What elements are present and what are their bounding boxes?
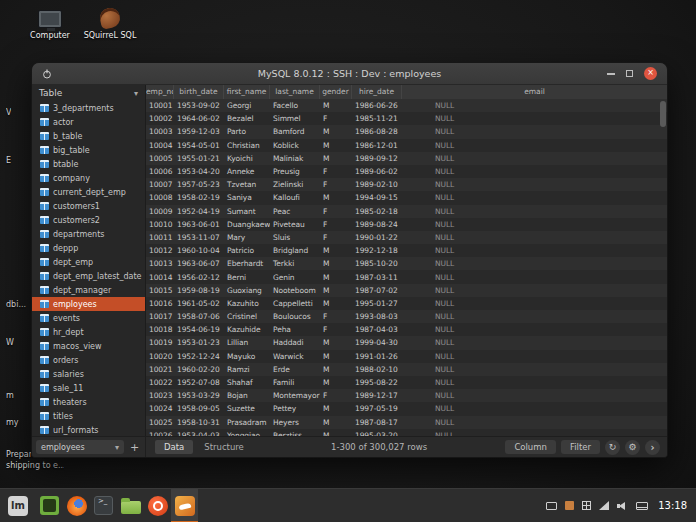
cell-birth-date: 1960-10-04 — [174, 246, 224, 255]
vertical-scrollbar[interactable] — [660, 101, 666, 434]
desktop-icon-squirrel-sql[interactable]: SQuirreL SQL — [82, 8, 138, 40]
column-header[interactable]: gender — [320, 85, 352, 99]
clock[interactable]: 13:18 — [658, 500, 687, 511]
cell-emp-no: 10026 — [146, 431, 174, 436]
table-row[interactable]: 10001 1953-09-02 Georgi Facello M 1986-0… — [146, 99, 667, 112]
tab-structure[interactable]: Structure — [195, 440, 253, 454]
sidebar-table-item[interactable]: hr_dept — [32, 325, 145, 339]
table-row[interactable]: 10021 1960-02-20 Ramzi Erde M 1988-02-10… — [146, 363, 667, 376]
volume-icon[interactable] — [617, 501, 628, 511]
sidebar-table-item[interactable]: employees — [32, 297, 145, 311]
sidebar-table-item[interactable]: actor — [32, 115, 145, 129]
add-table-button[interactable]: + — [128, 441, 141, 454]
gear-icon[interactable] — [625, 440, 640, 455]
table-row[interactable]: 10022 1952-07-08 Shahaf Famili M 1995-08… — [146, 376, 667, 389]
sidebar-table-item[interactable]: theaters — [32, 395, 145, 409]
maximize-button[interactable] — [626, 70, 633, 77]
table-row[interactable]: 10008 1958-02-19 Saniya Kalloufi M 1994-… — [146, 191, 667, 204]
table-row[interactable]: 10020 1952-12-24 Mayuko Warwick M 1991-0… — [146, 350, 667, 363]
sidebar-table-item[interactable]: url_formats — [32, 423, 145, 436]
sidebar-table-item[interactable]: departments — [32, 227, 145, 241]
screen-icon[interactable] — [546, 502, 557, 510]
column-header[interactable]: emp_no — [146, 85, 174, 99]
grid-icon[interactable] — [582, 501, 591, 510]
table-row[interactable]: 10026 1953-04-03 Yongqiao Berztiss M 199… — [146, 429, 667, 436]
sidebar-table-item[interactable]: salaries — [32, 367, 145, 381]
sidebar-table-item[interactable]: titles — [32, 409, 145, 423]
sidebar-header[interactable]: Table — [32, 85, 145, 101]
table-row[interactable]: 10011 1953-11-07 Mary Sluis F 1990-01-22… — [146, 231, 667, 244]
sidebar-table-item[interactable]: sale_11 — [32, 381, 145, 395]
sidebar-table-item[interactable]: customers2 — [32, 213, 145, 227]
table-row[interactable]: 10005 1955-01-21 Kyoichi Maliniak M 1989… — [146, 152, 667, 165]
cell-birth-date: 1960-02-20 — [174, 365, 224, 374]
table-row[interactable]: 10007 1957-05-23 Tzvetan Zielinski F 198… — [146, 178, 667, 191]
desktop-icon-computer[interactable]: Computer — [22, 10, 78, 40]
window-titlebar[interactable]: MySQL 8.0.12 : SSH : Dev : employees × — [32, 63, 667, 85]
sidebar-table-item[interactable]: 3_departments — [32, 101, 145, 115]
cell-gender: M — [320, 352, 352, 361]
table-row[interactable]: 10023 1953-03-29 Bojan Montemayor F 1989… — [146, 389, 667, 402]
table-row[interactable]: 10009 1952-04-19 Sumant Peac F 1985-02-1… — [146, 205, 667, 218]
chevron-right-icon[interactable] — [645, 440, 660, 455]
table-row[interactable]: 10003 1959-12-03 Parto Bamford M 1986-08… — [146, 125, 667, 138]
menu-button[interactable]: lm — [0, 489, 36, 522]
column-header[interactable]: first_name — [224, 85, 270, 99]
cell-hire-date: 1985-02-18 — [352, 207, 402, 216]
keyboard-icon[interactable] — [636, 502, 648, 510]
close-button[interactable]: × — [644, 67, 657, 80]
table-grid-icon — [40, 174, 49, 182]
column-button[interactable]: Column — [505, 440, 556, 454]
table-row[interactable]: 10004 1954-05-01 Christian Koblick M 198… — [146, 139, 667, 152]
table-row[interactable]: 10010 1963-06-01 Duangkaew Piveteau F 19… — [146, 218, 667, 231]
table-row[interactable]: 10013 1963-06-07 Eberhardt Terkki M 1985… — [146, 257, 667, 270]
launcher-terminal[interactable] — [36, 489, 63, 522]
table-row[interactable]: 10017 1958-07-06 Cristinel Bouloucos F 1… — [146, 310, 667, 323]
sidebar-table-item[interactable]: dept_emp — [32, 255, 145, 269]
package-icon[interactable] — [565, 501, 574, 510]
table-row[interactable]: 10006 1953-04-20 Anneke Preusig F 1989-0… — [146, 165, 667, 178]
power-icon[interactable] — [42, 69, 52, 79]
table-row[interactable]: 10024 1958-09-05 Suzette Pettey M 1997-0… — [146, 402, 667, 415]
table-row[interactable]: 10019 1953-01-23 Lillian Haddadi M 1999-… — [146, 336, 667, 349]
sidebar-table-item[interactable]: dept_manager — [32, 283, 145, 297]
table-row[interactable]: 10018 1954-06-19 Kazuhide Peha F 1987-04… — [146, 323, 667, 336]
table-grid-icon — [40, 342, 49, 350]
table-row[interactable]: 10012 1960-10-04 Patricio Bridgland M 19… — [146, 244, 667, 257]
column-header[interactable]: last_name — [270, 85, 320, 99]
table-row[interactable]: 10014 1956-02-12 Berni Genin M 1987-03-1… — [146, 270, 667, 283]
table-select-dropdown[interactable]: employees — [36, 440, 124, 454]
table-grid-icon — [40, 426, 49, 434]
tab-data[interactable]: Data — [155, 440, 193, 454]
minimize-button[interactable] — [607, 73, 615, 75]
cell-last-name: Peac — [270, 207, 320, 216]
sidebar-table-item[interactable]: macos_view — [32, 339, 145, 353]
scrollbar-thumb[interactable] — [660, 101, 666, 127]
table-row[interactable]: 10025 1958-10-31 Prasadram Heyers M 1987… — [146, 416, 667, 429]
cell-emp-no: 10023 — [146, 391, 174, 400]
sidebar-table-item[interactable]: customers1 — [32, 199, 145, 213]
sidebar-table-item[interactable]: b_table — [32, 129, 145, 143]
refresh-icon[interactable] — [605, 440, 620, 455]
launcher-firefox[interactable] — [63, 489, 90, 522]
launcher-red-browser[interactable] — [144, 489, 171, 522]
network-signal-icon[interactable] — [599, 501, 609, 510]
launcher-console[interactable] — [90, 489, 117, 522]
sidebar-table-item[interactable]: btable — [32, 157, 145, 171]
column-header[interactable]: birth_date — [174, 85, 224, 99]
table-row[interactable]: 10015 1959-08-19 Guoxiang Nooteboom M 19… — [146, 284, 667, 297]
sidebar-table-item[interactable]: deppp — [32, 241, 145, 255]
launcher-files[interactable] — [117, 489, 144, 522]
sidebar-table-item[interactable]: events — [32, 311, 145, 325]
column-header[interactable]: hire_date — [352, 85, 402, 99]
column-header[interactable]: email — [402, 85, 667, 99]
sidebar-table-item[interactable]: current_dept_emp — [32, 185, 145, 199]
sidebar-table-item[interactable]: orders — [32, 353, 145, 367]
filter-button[interactable]: Filter — [561, 440, 600, 454]
sidebar-table-item[interactable]: dept_emp_latest_date — [32, 269, 145, 283]
sidebar-table-item[interactable]: big_table — [32, 143, 145, 157]
sidebar-table-item[interactable]: company — [32, 171, 145, 185]
table-row[interactable]: 10016 1961-05-02 Kazuhito Cappelletti M … — [146, 297, 667, 310]
table-row[interactable]: 10002 1964-06-02 Bezalel Simmel F 1985-1… — [146, 112, 667, 125]
launcher-database-app[interactable] — [171, 489, 198, 522]
